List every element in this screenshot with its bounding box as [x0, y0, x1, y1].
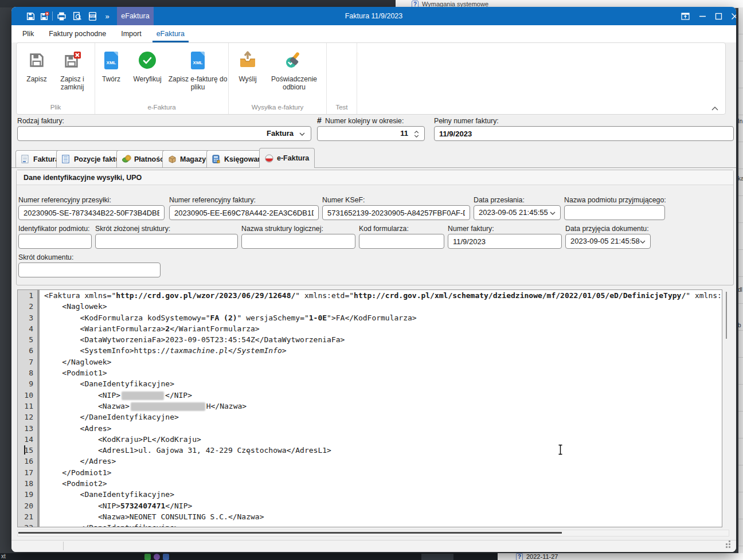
- skrot-struktury-input[interactable]: [95, 234, 238, 249]
- invoice-window: PDF » eFaktura Faktura 11/9/2023: [11, 7, 736, 552]
- tworz-button[interactable]: XML Twórz: [96, 49, 127, 83]
- numer-ksef-input[interactable]: [322, 205, 470, 220]
- zapisz-efakture-do-pliku-button[interactable]: XML Zapisz e-fakturę do pliku: [168, 49, 228, 91]
- poswiadczenie-odbioru-button[interactable]: Poświadczenie odbioru: [264, 49, 324, 91]
- data-przeslania-label: Data przesłania:: [474, 196, 525, 204]
- line-number: 21: [18, 511, 40, 522]
- maximize-button[interactable]: [711, 7, 726, 25]
- ref-faktury-label: Numer referencyjny faktury:: [169, 196, 256, 204]
- weryfikuj-button[interactable]: Weryfikuj: [127, 49, 168, 83]
- rodzaj-faktury-label: Rodzaj faktury:: [17, 117, 64, 125]
- code-text[interactable]: </DaneIdentyfikacyjne>: [40, 522, 722, 527]
- tab-efaktura[interactable]: e-Faktura: [259, 148, 315, 168]
- code-text[interactable]: </Naglowek>: [40, 357, 722, 367]
- identyfikator-label: Identyfikator podmiotu:: [18, 225, 89, 233]
- code-text[interactable]: <Nazwa>NEONET CONSULTING S.C.</Nazwa>: [40, 511, 722, 522]
- code-text[interactable]: </Podmiot1>: [40, 467, 722, 478]
- code-line: 12 </DaneIdentyfikacyjne>: [18, 412, 722, 422]
- code-text[interactable]: <Faktura xmlns="http://crd.gov.pl/wzor/2…: [40, 290, 722, 301]
- code-text[interactable]: <DataWytworzeniaFa>2023-09-05T23:45:54Z<…: [40, 334, 722, 345]
- horizontal-scrollbar-thumb[interactable]: [18, 532, 562, 534]
- line-number: 19: [18, 489, 40, 500]
- dock-window-button[interactable]: [678, 7, 693, 25]
- save-and-close-button[interactable]: [38, 9, 50, 23]
- package-icon: [168, 155, 177, 163]
- chevron-down-icon[interactable]: [640, 240, 646, 244]
- nazwa-struktury-input[interactable]: [241, 234, 355, 249]
- rodzaj-faktury-combobox[interactable]: Faktura: [17, 126, 311, 141]
- code-text[interactable]: <Nazwa>H</Nazwa>: [40, 401, 722, 412]
- code-text[interactable]: <SystemInfo>https://taxmachine.pl</Syste…: [40, 345, 722, 356]
- code-text[interactable]: <KodFormularza kodSystemowy="FA (2)" wer…: [40, 312, 722, 323]
- numer-kolejny-label: Numer kolejny w okresie:: [325, 117, 404, 125]
- code-line: 11 <Nazwa>H</Nazwa>: [18, 401, 722, 412]
- kod-formularza-input[interactable]: [359, 234, 444, 249]
- code-text[interactable]: <Podmiot1>: [40, 367, 722, 378]
- menu-tab-plik[interactable]: Plik: [15, 25, 41, 42]
- spin-up-icon: [414, 131, 419, 134]
- code-text[interactable]: <DaneIdentyfikacyjne>: [40, 489, 722, 500]
- save-close-icon: [62, 50, 82, 71]
- code-text[interactable]: <Podmiot2>: [40, 478, 722, 489]
- spinner-buttons[interactable]: [412, 128, 421, 140]
- code-text[interactable]: </DaneIdentyfikacyjne>: [40, 412, 722, 422]
- code-text[interactable]: <KodKraju>PL</KodKraju>: [40, 434, 722, 445]
- ribbon-group-efaktura: XML Twórz Weryfikuj XML Zapisz e-fakturę…: [95, 43, 229, 114]
- wyslij-button[interactable]: Wyślij: [231, 49, 264, 83]
- ribbon-group-label: e-Faktura: [95, 102, 228, 114]
- calculator-icon: [212, 155, 221, 163]
- pelny-numer-input[interactable]: [434, 126, 734, 141]
- collapse-ribbon-button[interactable]: [711, 107, 718, 111]
- code-text[interactable]: <DaneIdentyfikacyjne>: [40, 378, 722, 389]
- code-text[interactable]: <AdresL1>ul. Gajowa 31, 42-229 Częstocho…: [40, 445, 722, 456]
- code-text[interactable]: <WariantFormularza>2</WariantFormularza>: [40, 323, 722, 334]
- print-icon: [57, 11, 67, 21]
- status-bar: [11, 540, 736, 552]
- background-fragment: xt: [1, 553, 6, 559]
- identyfikator-input[interactable]: [18, 234, 92, 249]
- code-line: 13 <Adres>: [18, 423, 722, 434]
- background-taskbar: xt ? 2022-11-27: [0, 553, 743, 560]
- menu-tab-faktury-pochodne[interactable]: Faktury pochodne: [41, 25, 114, 42]
- zapisz-button[interactable]: Zapisz: [20, 49, 53, 83]
- nazwa-podmiotu-input[interactable]: [564, 205, 665, 220]
- code-text[interactable]: <NIP>5732407471</NIP>: [40, 500, 722, 511]
- numer-faktury-input[interactable]: [448, 234, 562, 249]
- close-button[interactable]: [727, 7, 736, 25]
- qat-overflow-button[interactable]: »: [101, 9, 114, 23]
- ref-przesylki-input[interactable]: [18, 205, 165, 220]
- window-title: Faktura 11/9/2023: [298, 7, 449, 25]
- ribbon-group-label: Test: [327, 102, 357, 114]
- data-przyjecia-combobox[interactable]: 2023-09-05 21:45:58: [565, 234, 651, 249]
- chevron-down-icon[interactable]: [550, 212, 556, 215]
- code-text[interactable]: <Naglowek>: [40, 301, 722, 312]
- code-text[interactable]: <Adres>: [40, 423, 722, 434]
- help-icon: ?: [516, 553, 523, 560]
- line-number: 8: [18, 367, 40, 378]
- menu-tab-import[interactable]: Import: [114, 25, 148, 42]
- print-button[interactable]: [55, 9, 68, 23]
- code-text[interactable]: <NIP></NIP>: [40, 390, 722, 401]
- resize-grip[interactable]: [726, 543, 728, 545]
- data-przeslania-combobox[interactable]: 2023-09-05 21:45:55: [474, 205, 561, 220]
- pelny-numer-label: Pełny numer faktury:: [434, 117, 499, 125]
- code-line: 2 <Naglowek>: [18, 301, 722, 312]
- background-fragment: b: [738, 322, 741, 328]
- ref-faktury-input[interactable]: [169, 205, 319, 220]
- code-text[interactable]: </Adres>: [40, 456, 722, 467]
- xml-editor[interactable]: 1<Faktura xmlns="http://crd.gov.pl/wzor/…: [17, 289, 722, 527]
- menu-tab-efaktura[interactable]: eFaktura: [149, 25, 192, 42]
- numer-kolejny-spinner[interactable]: 11: [317, 126, 425, 141]
- skrot-dokumentu-input[interactable]: [18, 263, 161, 277]
- code-line: 14 <KodKraju>PL</KodKraju>: [18, 434, 722, 445]
- chevron-down-icon[interactable]: [299, 132, 305, 136]
- line-number: 14: [18, 434, 40, 445]
- print-preview-button[interactable]: [71, 9, 83, 23]
- export-pdf-button[interactable]: PDF: [86, 9, 99, 23]
- context-tab-efaktura[interactable]: eFaktura: [117, 7, 154, 25]
- vertical-scrollbar-thumb[interactable]: [726, 292, 727, 339]
- minimize-button[interactable]: [695, 7, 710, 25]
- zapisz-i-zamknij-button[interactable]: Zapisz i zamknij: [53, 49, 91, 91]
- save-button[interactable]: [24, 9, 37, 23]
- line-number: 9: [18, 378, 40, 389]
